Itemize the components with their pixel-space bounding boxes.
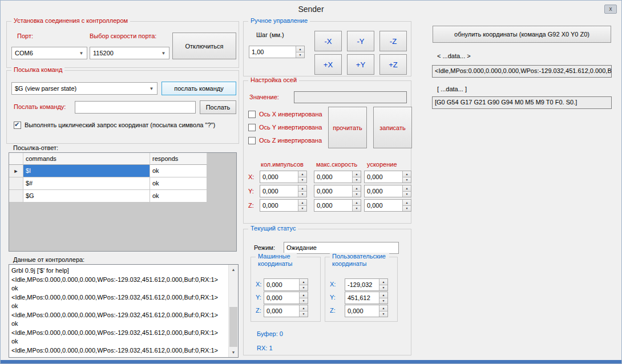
- spin-up-icon[interactable]: [298, 171, 306, 177]
- title-bar[interactable]: Sender x: [1, 1, 621, 18]
- table-row[interactable]: $G ok: [9, 190, 236, 203]
- command-cell[interactable]: $G: [23, 190, 150, 203]
- log-scrollbar[interactable]: [228, 265, 238, 357]
- spin-down-icon[interactable]: [296, 52, 304, 58]
- spin-up-icon[interactable]: [353, 171, 361, 177]
- machine-z-input[interactable]: 0,000: [264, 305, 308, 317]
- command-select[interactable]: $G (view parser state): [11, 82, 157, 95]
- write-settings-button[interactable]: записать: [373, 107, 412, 148]
- invert-x-checkbox[interactable]: Ось X инвертирована: [248, 111, 322, 118]
- z-pulses-input[interactable]: 0,000: [260, 199, 307, 212]
- command-cell[interactable]: $I: [23, 165, 150, 177]
- send-command-input[interactable]: [75, 101, 196, 114]
- spin-up-icon[interactable]: [353, 200, 361, 205]
- x-pulses-input[interactable]: 0,000: [260, 171, 307, 183]
- spin-down-icon[interactable]: [403, 205, 411, 212]
- spin-down-icon[interactable]: [300, 298, 308, 304]
- spin-down-icon[interactable]: [379, 311, 387, 317]
- machine-y-input[interactable]: 0,000: [264, 292, 308, 304]
- row-selector[interactable]: [9, 190, 23, 203]
- disconnect-button[interactable]: Отключиться: [172, 33, 236, 59]
- respond-cell[interactable]: ok: [150, 165, 207, 177]
- parser-data-field[interactable]: [G0 G54 G17 G21 G90 G94 M0 M5 M9 T0 F0. …: [432, 96, 612, 109]
- z-max-speed-input[interactable]: 0,000: [314, 199, 361, 212]
- z-acceleration-input[interactable]: 0,000: [364, 199, 411, 212]
- spin-up-icon[interactable]: [403, 171, 411, 177]
- spin-up-icon[interactable]: [300, 292, 308, 298]
- spin-up-icon[interactable]: [353, 185, 361, 191]
- jog-plus-x-button[interactable]: +X: [314, 54, 342, 75]
- command-cell[interactable]: $#: [23, 177, 150, 190]
- machine-x-input[interactable]: 0,000: [264, 278, 308, 291]
- spin-up-icon[interactable]: [298, 200, 306, 205]
- invert-z-checkbox[interactable]: Ось Z инвертирована: [248, 137, 322, 144]
- spin-down-icon[interactable]: [300, 311, 308, 317]
- spin-down-icon[interactable]: [403, 191, 411, 197]
- table-row[interactable]: $# ok: [9, 177, 236, 190]
- respond-cell[interactable]: ok: [150, 190, 207, 203]
- exchange-table[interactable]: commands responds ► $I ok $# ok $G ok: [9, 152, 237, 252]
- spin-up-icon[interactable]: [379, 305, 387, 311]
- scrollbar-thumb[interactable]: [229, 307, 237, 347]
- cyclic-request-checkbox[interactable]: Выполнять циклический запрос координат (…: [14, 122, 236, 129]
- spin-up-icon[interactable]: [403, 200, 411, 205]
- spin-up-icon[interactable]: [300, 305, 308, 311]
- spin-down-icon[interactable]: [353, 205, 361, 212]
- baud-select[interactable]: 115200: [90, 47, 169, 59]
- column-header-responds[interactable]: responds: [150, 153, 207, 165]
- mode-field[interactable]: Ожидание: [284, 242, 399, 254]
- spin-down-icon[interactable]: [298, 205, 306, 212]
- spin-down-icon[interactable]: [379, 298, 387, 304]
- spin-down-icon[interactable]: [353, 177, 361, 183]
- spin-down-icon[interactable]: [300, 285, 308, 291]
- mpos-data-field[interactable]: <Idle,MPos:0.000,0.000,0.000,WPos:-129.0…: [432, 65, 612, 78]
- y-pulses-input[interactable]: 0,000: [260, 185, 307, 197]
- user-x-input[interactable]: -129,032: [345, 278, 388, 291]
- value-input[interactable]: [294, 91, 407, 103]
- spin-up-icon[interactable]: [300, 279, 308, 285]
- checkbox-checked-icon[interactable]: [14, 122, 21, 129]
- jog-minus-z-button[interactable]: -Z: [379, 31, 407, 51]
- spin-up-icon[interactable]: [379, 292, 387, 298]
- port-select[interactable]: COM6: [11, 47, 87, 59]
- spin-up-icon[interactable]: [298, 185, 306, 191]
- spin-down-icon[interactable]: [298, 191, 306, 197]
- user-y-input[interactable]: 451,612: [345, 292, 388, 304]
- column-header-commands[interactable]: commands: [23, 153, 150, 165]
- spin-down-icon[interactable]: [298, 177, 306, 183]
- send-button[interactable]: Послать: [200, 100, 236, 114]
- user-z-input[interactable]: 0,000: [345, 305, 388, 317]
- scroll-down-icon[interactable]: [229, 347, 238, 357]
- jog-minus-x-button[interactable]: -X: [314, 31, 342, 51]
- jog-plus-z-button[interactable]: +Z: [379, 54, 407, 75]
- x-max-speed-input[interactable]: 0,000: [314, 171, 361, 183]
- row-selector[interactable]: [9, 177, 23, 190]
- send-selected-command-button[interactable]: послать команду: [161, 82, 236, 95]
- controller-log[interactable]: Grbl 0.9j ['$' for help] <Idle,MPos:0.00…: [9, 264, 239, 358]
- jog-minus-y-button[interactable]: -Y: [347, 31, 374, 51]
- checkbox-icon[interactable]: [248, 111, 256, 118]
- spin-down-icon[interactable]: [379, 285, 387, 291]
- checkbox-icon[interactable]: [248, 137, 256, 144]
- close-button[interactable]: x: [604, 5, 617, 14]
- invert-y-checkbox[interactable]: Ось Y инвертирована: [248, 124, 322, 131]
- row-selector[interactable]: ►: [9, 165, 23, 177]
- y-max-speed-input[interactable]: 0,000: [314, 185, 361, 197]
- respond-cell[interactable]: ok: [150, 177, 207, 190]
- spin-down-icon[interactable]: [353, 191, 361, 197]
- step-input[interactable]: 1,00: [249, 46, 305, 58]
- zero-coords-button[interactable]: обнулить координаты (команда G92 X0 Y0 Z…: [433, 26, 611, 43]
- checkbox-icon[interactable]: [248, 124, 256, 131]
- spin-up-icon[interactable]: [403, 185, 411, 191]
- spinner-buttons[interactable]: [296, 46, 304, 58]
- x-acceleration-input[interactable]: 0,000: [364, 171, 411, 183]
- y-acceleration-input[interactable]: 0,000: [364, 185, 411, 197]
- read-settings-button[interactable]: прочитать: [328, 107, 367, 148]
- controller-log-label: Данные от контроллера:: [13, 256, 84, 264]
- spin-up-icon[interactable]: [379, 279, 387, 285]
- spin-down-icon[interactable]: [403, 177, 411, 183]
- spin-up-icon[interactable]: [296, 46, 304, 52]
- jog-plus-y-button[interactable]: +Y: [347, 54, 374, 75]
- table-row[interactable]: ► $I ok: [9, 165, 236, 177]
- scroll-up-icon[interactable]: [229, 265, 238, 274]
